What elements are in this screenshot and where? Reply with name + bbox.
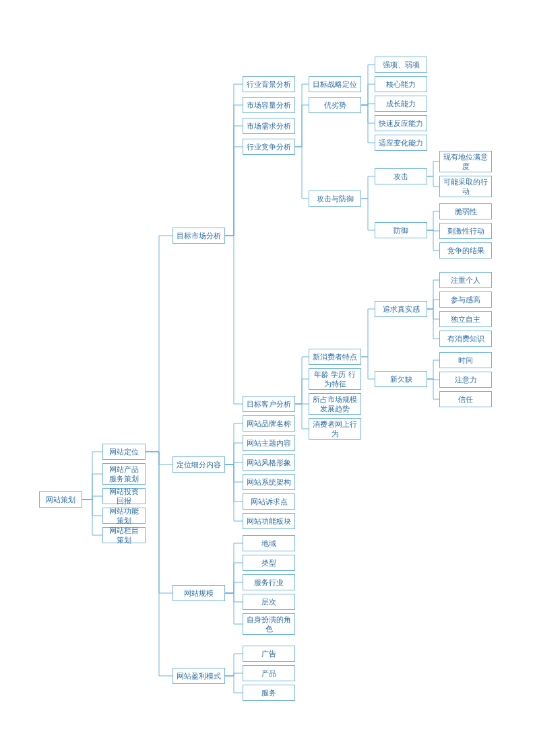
- node-l1b: 网站产品服务策划: [102, 463, 146, 485]
- edge-ncf1-nr4: [427, 309, 439, 339]
- edge-ao2-dfn3: [427, 230, 439, 250]
- node-sc4: 层次: [243, 594, 295, 610]
- node-l4c: 攻击与防御: [309, 191, 361, 207]
- node-l4e: 年龄 学历 行为特征: [309, 368, 361, 390]
- edge-root-l1b: [82, 474, 102, 500]
- node-nr3: 独立自主: [439, 311, 492, 327]
- edge-l2a-l3b: [225, 105, 243, 236]
- tree-diagram: 网站策划网站定位网站产品服务策划网站投资回报网站功能策划网站栏目策划目标市场分析…: [0, 0, 535, 756]
- node-def2: 网站主题内容: [243, 435, 295, 451]
- node-root: 网站策划: [39, 491, 82, 508]
- edge-l4c-ao1: [361, 176, 375, 199]
- edge-ao1-atk1: [427, 162, 439, 176]
- edge-l2a-l3a: [225, 84, 243, 236]
- edge-ao2-dfn1: [427, 211, 439, 230]
- edge-l2a-l3d: [225, 147, 243, 236]
- node-l3a: 行业背景分析: [243, 76, 295, 92]
- node-sc1: 地域: [243, 535, 295, 551]
- edge-l2c-sc2: [225, 563, 243, 593]
- node-l4g: 消费者网上行为: [309, 418, 361, 440]
- edge-l1a-l2b: [146, 452, 172, 465]
- edge-l2b-def5: [225, 465, 243, 502]
- node-l3b: 市场容量分析: [243, 97, 295, 113]
- edge-ao2-dfn2: [427, 230, 439, 231]
- edge-l1a-l2a: [146, 236, 172, 452]
- node-nr1: 注重个人: [439, 272, 492, 288]
- node-sc2: 类型: [243, 555, 295, 571]
- edge-root-l1a: [82, 452, 102, 500]
- node-dfn2: 刺激性行动: [439, 223, 492, 239]
- node-l4a: 目标战略定位: [309, 76, 361, 92]
- edge-l2d-pr2: [225, 673, 243, 676]
- node-ao1: 攻击: [375, 168, 427, 184]
- node-nl1: 时间: [439, 352, 492, 368]
- node-def6: 网站功能板块: [243, 513, 295, 529]
- node-nl2: 注意力: [439, 372, 492, 388]
- edge-ncf1-nr2: [427, 300, 439, 309]
- edge-ncf1-nr3: [427, 309, 439, 319]
- node-pr1: 广告: [243, 646, 295, 662]
- node-ad3: 成长能力: [375, 96, 427, 112]
- node-l3e: 目标客户分析: [243, 396, 295, 412]
- node-l2c: 网站规模: [172, 585, 225, 601]
- node-l3c: 市场需求分析: [243, 118, 295, 134]
- node-dfn1: 脆弱性: [439, 203, 492, 219]
- node-nl3: 信任: [439, 391, 492, 407]
- node-def1: 网站品牌名称: [243, 415, 295, 432]
- edge-l2d-pr1: [225, 654, 243, 676]
- node-l2d: 网站盈利模式: [172, 668, 225, 684]
- node-ncf2: 新欠缺: [375, 371, 427, 387]
- node-ad2: 核心能力: [375, 76, 427, 92]
- edge-l2a-l3e: [225, 236, 243, 404]
- edge-root-l1c: [82, 496, 102, 500]
- edge-l4b-ad1: [361, 65, 375, 105]
- edge-l2c-sc3: [225, 582, 243, 593]
- node-def5: 网站诉求点: [243, 493, 295, 510]
- edge-l2c-sc5: [225, 593, 243, 624]
- edge-l4b-ad2: [361, 84, 375, 105]
- node-pr2: 产品: [243, 665, 295, 681]
- edge-l2b-def1: [225, 423, 243, 465]
- edge-ao1-atk2: [427, 176, 439, 186]
- edge-l4b-ad5: [361, 105, 375, 143]
- edge-l2a-l3c: [225, 126, 243, 236]
- edge-l2b-def2: [225, 443, 243, 465]
- edge-l4d-ncf2: [361, 357, 375, 379]
- edge-l1a-l2d: [146, 452, 172, 676]
- node-l2b: 定位细分内容: [172, 456, 225, 473]
- node-atk1: 现有地位满意度: [439, 151, 492, 172]
- edge-l3e-l4g: [295, 404, 309, 429]
- node-l4f: 所占市场规模 发展趋势: [309, 393, 361, 415]
- node-ncf1: 追求真实感: [375, 301, 427, 317]
- edge-l4d-ncf1: [361, 309, 375, 357]
- edge-l3e-l4d: [295, 357, 309, 404]
- edge-l2b-def4: [225, 465, 243, 482]
- node-atk2: 可能采取的行动: [439, 176, 492, 197]
- edge-l4c-ao2: [361, 199, 375, 230]
- node-l4b: 优劣势: [309, 97, 361, 113]
- edge-l4b-ad3: [361, 104, 375, 105]
- node-nr2: 参与感高: [439, 291, 492, 308]
- edge-l2c-sc4: [225, 593, 243, 602]
- edge-ncf2-nl2: [427, 379, 439, 380]
- node-ad5: 适应变化能力: [375, 135, 427, 151]
- node-l1a: 网站定位: [102, 444, 146, 460]
- node-ao2: 防御: [375, 222, 427, 238]
- edge-root-l1e: [82, 500, 102, 535]
- node-l1d: 网站功能策划: [102, 508, 146, 524]
- node-dfn3: 竞争的结果: [439, 242, 492, 259]
- node-ad4: 快速反应能力: [375, 115, 427, 131]
- edge-l3d-l4b: [295, 105, 309, 147]
- node-l2a: 目标市场分析: [172, 228, 225, 244]
- edge-ncf2-nl3: [427, 379, 439, 399]
- edge-l2b-def3: [225, 462, 243, 465]
- edge-l2c-sc1: [225, 543, 243, 593]
- edge-l2b-def6: [225, 465, 243, 521]
- edge-l3d-l4c: [295, 147, 309, 199]
- node-def3: 网站风格形象: [243, 454, 295, 471]
- node-l3d: 行业竞争分析: [243, 139, 295, 155]
- edge-ncf2-nl1: [427, 360, 439, 379]
- node-ad1: 强项、弱项: [375, 57, 427, 73]
- node-sc3: 服务行业: [243, 574, 295, 590]
- node-l4d: 新消费者特点: [309, 349, 361, 365]
